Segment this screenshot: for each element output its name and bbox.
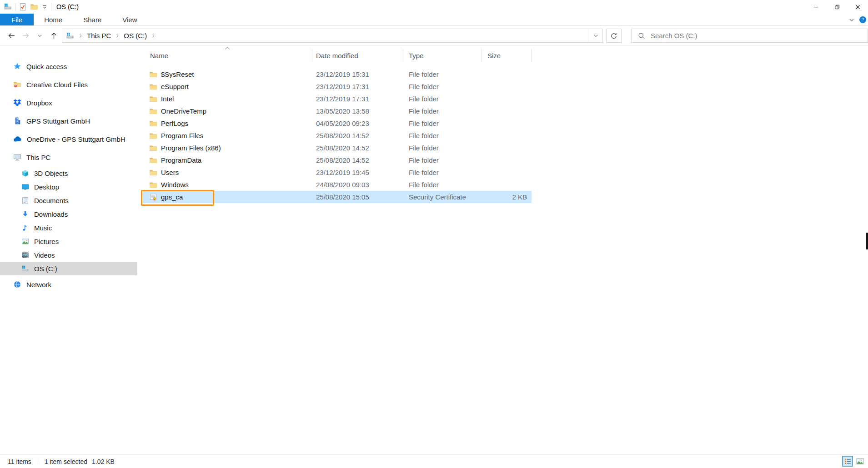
minimize-button[interactable] xyxy=(805,0,826,14)
up-button[interactable] xyxy=(47,29,61,43)
file-date: 04/05/2020 09:23 xyxy=(312,117,403,129)
help-icon[interactable] xyxy=(859,16,867,24)
tab-share[interactable]: Share xyxy=(73,14,112,25)
refresh-button[interactable] xyxy=(606,29,622,43)
breadcrumb-this-pc[interactable]: This PC xyxy=(84,29,114,42)
file-row-intel[interactable]: Intel 23/12/2019 17:31 File folder xyxy=(143,93,532,105)
file-row-sysreset[interactable]: $SysReset 23/12/2019 15:31 File folder xyxy=(143,68,532,80)
breadcrumb-chevron-icon[interactable] xyxy=(115,33,120,39)
details-view-button[interactable] xyxy=(842,456,853,467)
quick-access-star-icon xyxy=(13,62,21,70)
search-input[interactable] xyxy=(651,32,868,40)
download-arrow-icon xyxy=(21,210,29,218)
sidebar-item-music[interactable]: Music xyxy=(0,221,137,234)
file-row-perflogs[interactable]: PerfLogs 04/05/2020 09:23 File folder xyxy=(143,117,532,129)
sidebar-item-downloads[interactable]: Downloads xyxy=(0,207,137,221)
sidebar-item-quick-access[interactable]: Quick access xyxy=(0,57,137,75)
folder-icon xyxy=(149,107,157,115)
file-name: Users xyxy=(161,169,179,176)
breadcrumb-chevron-icon[interactable] xyxy=(151,33,156,39)
file-type: File folder xyxy=(403,117,482,129)
column-header-type[interactable]: Type xyxy=(403,49,482,62)
tab-file-label: File xyxy=(11,16,22,24)
recent-locations-button[interactable] xyxy=(33,29,47,43)
expand-ribbon-icon[interactable] xyxy=(848,17,855,23)
refresh-icon xyxy=(610,32,617,40)
sidebar-item-network[interactable]: Network xyxy=(0,275,137,294)
file-row-gps-ca[interactable]: gps_ca 25/08/2020 15:05 Security Certifi… xyxy=(143,191,532,203)
file-type: File folder xyxy=(403,93,482,105)
file-row-users[interactable]: Users 23/12/2019 19:45 File folder xyxy=(143,166,532,179)
customize-quick-access-toolbar-icon[interactable] xyxy=(41,4,48,10)
security-certificate-icon xyxy=(149,193,157,201)
title-bar: OS (C:) xyxy=(0,0,868,14)
file-row-program-files-x86[interactable]: Program Files (x86) 25/08/2020 14:52 Fil… xyxy=(143,142,532,154)
file-name: Windows xyxy=(161,181,189,189)
column-header-name[interactable]: Name xyxy=(143,49,312,62)
breadcrumb-chevron-icon[interactable] xyxy=(78,33,83,39)
file-row-programdata[interactable]: ProgramData 25/08/2020 14:52 File folder xyxy=(143,154,532,166)
column-header-label: Size xyxy=(487,52,501,60)
breadcrumb-os-c[interactable]: OS (C:) xyxy=(121,29,150,42)
restore-icon xyxy=(833,4,840,10)
column-header-size[interactable]: Size xyxy=(482,49,532,62)
sidebar-item-gps-stuttgart[interactable]: GPS Stuttgart GmbH xyxy=(0,112,137,130)
videos-film-icon xyxy=(21,251,29,259)
file-name: Program Files (x86) xyxy=(161,144,221,152)
divider xyxy=(51,3,51,11)
file-row-esupport[interactable]: eSupport 23/12/2019 17:31 File folder xyxy=(143,80,532,93)
file-date: 23/12/2019 19:45 xyxy=(312,166,403,179)
column-header-date-modified[interactable]: Date modified xyxy=(312,49,403,62)
document-icon xyxy=(21,197,29,204)
divider xyxy=(15,3,15,11)
tab-view[interactable]: View xyxy=(112,14,147,25)
sidebar-item-label: Quick access xyxy=(26,63,67,70)
sidebar-item-creative-cloud-files[interactable]: Creative Cloud Files xyxy=(0,75,137,94)
3d-cube-icon xyxy=(21,169,29,177)
drive-icon xyxy=(21,265,29,273)
ribbon-tab-bar: File Home Share View xyxy=(0,14,868,26)
forward-arrow-icon xyxy=(22,32,30,40)
sidebar-item-videos[interactable]: Videos xyxy=(0,248,137,262)
close-button[interactable] xyxy=(847,0,868,14)
drive-icon xyxy=(66,32,74,40)
file-row-windows[interactable]: Windows 24/08/2020 09:03 File folder xyxy=(143,179,532,191)
sidebar-item-this-pc[interactable]: This PC xyxy=(0,148,137,166)
sidebar-item-onedrive[interactable]: OneDrive - GPS Stuttgart GmbH xyxy=(0,130,137,148)
sidebar-item-documents[interactable]: Documents xyxy=(0,194,137,207)
file-row-program-files[interactable]: Program Files 25/08/2020 14:52 File fold… xyxy=(143,129,532,142)
chevron-down-icon xyxy=(593,33,599,39)
tab-home-label: Home xyxy=(44,16,62,24)
tab-file[interactable]: File xyxy=(0,14,34,25)
drive-app-icon xyxy=(4,3,12,11)
file-name: gps_ca xyxy=(161,193,183,201)
close-icon xyxy=(854,4,861,10)
pictures-icon xyxy=(21,238,29,245)
new-folder-quick-action-icon[interactable] xyxy=(30,3,38,11)
selection-count: 1 item selected xyxy=(45,458,87,465)
window-title: OS (C:) xyxy=(56,3,79,10)
search-box[interactable] xyxy=(631,29,868,43)
file-date: 23/12/2019 17:31 xyxy=(312,93,403,105)
file-date: 25/08/2020 14:52 xyxy=(312,142,403,154)
file-row-onedrivetemp[interactable]: OneDriveTemp 13/05/2020 13:58 File folde… xyxy=(143,105,532,117)
restore-button[interactable] xyxy=(826,0,847,14)
properties-quick-action-icon[interactable] xyxy=(19,3,27,11)
sidebar-item-3d-objects[interactable]: 3D Objects xyxy=(0,166,137,180)
back-button[interactable] xyxy=(5,29,19,43)
sidebar-item-desktop[interactable]: Desktop xyxy=(0,180,137,194)
sidebar-item-pictures[interactable]: Pictures xyxy=(0,234,137,248)
large-icons-view-button[interactable] xyxy=(854,456,865,467)
sidebar-item-dropbox[interactable]: Dropbox xyxy=(0,94,137,112)
cursor-artifact xyxy=(866,233,868,249)
sidebar-item-label: OS (C:) xyxy=(34,265,57,273)
file-size xyxy=(482,80,532,93)
tab-home[interactable]: Home xyxy=(34,14,73,25)
address-bar[interactable]: This PC OS (C:) xyxy=(62,29,603,43)
building-icon xyxy=(13,117,21,125)
address-dropdown-button[interactable] xyxy=(589,29,602,42)
forward-button[interactable] xyxy=(19,29,33,43)
onedrive-cloud-icon xyxy=(13,135,22,144)
file-name: Intel xyxy=(161,95,174,103)
sidebar-item-os-c[interactable]: OS (C:) xyxy=(0,262,137,275)
